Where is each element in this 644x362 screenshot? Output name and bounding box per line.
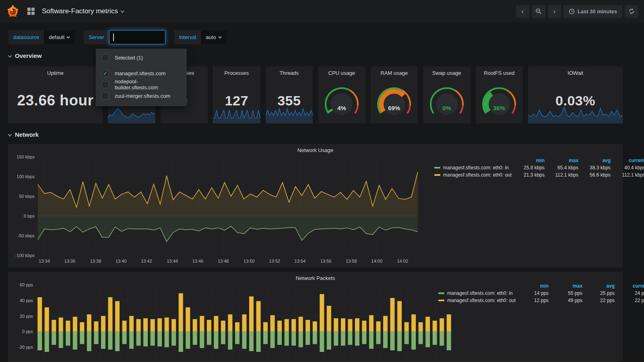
svg-text:36%: 36% bbox=[493, 105, 505, 111]
dashboard-title-text: Software-Factory metrics bbox=[42, 7, 118, 15]
server-option[interactable]: ✓managesf.sftests.com bbox=[96, 68, 187, 79]
legend-min-value: 25.8 kbps bbox=[512, 165, 545, 171]
legend-header-current: current bbox=[615, 283, 644, 289]
text-cursor bbox=[113, 34, 114, 41]
legend-header-min: min bbox=[516, 283, 549, 289]
dashboard-title[interactable]: Software-Factory metrics bbox=[42, 7, 124, 15]
checkbox-icon[interactable]: ✓ bbox=[102, 81, 109, 88]
legend-current-value: 112.1 kbps bbox=[611, 172, 644, 178]
uptime-value: 23.66 hour bbox=[8, 92, 103, 109]
legend-series-name[interactable]: managesf.sftests.com: eth0: out bbox=[438, 298, 516, 303]
series-color-swatch[interactable] bbox=[438, 300, 444, 301]
checkbox-icon[interactable]: ✓ bbox=[102, 93, 109, 99]
legend-series-name[interactable]: managesf.sftests.com: eth0: out bbox=[434, 172, 512, 178]
navbar-controls: ‹ › Last 30 minutes bbox=[516, 5, 638, 18]
variable-server: Server bbox=[84, 30, 165, 44]
legend-series-name[interactable]: managesf.sftests.com: eth0: in bbox=[438, 290, 516, 296]
section-overview[interactable]: Overview bbox=[8, 52, 42, 59]
time-back-button[interactable]: ‹ bbox=[516, 5, 529, 18]
variable-datasource: datasource default bbox=[8, 30, 75, 44]
threads-value: 355 bbox=[266, 93, 313, 109]
panel-ram-usage: RAM usage 69% bbox=[371, 66, 418, 123]
svg-text:13:42: 13:42 bbox=[141, 259, 152, 263]
legend-max-value: 65.4 kbps bbox=[545, 165, 578, 171]
chevron-down-icon bbox=[120, 9, 124, 13]
panel-cpu-title[interactable]: CPU usage bbox=[318, 66, 365, 76]
panel-threads: Threads 355 bbox=[266, 66, 313, 123]
legend-avg-value: 25 pps bbox=[582, 290, 615, 296]
svg-text:60 pps: 60 pps bbox=[20, 282, 33, 287]
panel-network-packets: Network Packets 60 pps40 pps20 pps0 pps-… bbox=[8, 272, 623, 362]
server-option[interactable]: ✓nodepool-builder.sftests.com bbox=[96, 79, 187, 90]
svg-text:13:54: 13:54 bbox=[295, 259, 306, 263]
legend-min-value: 21.3 kbps bbox=[512, 172, 545, 178]
panel-processes-title[interactable]: Processes bbox=[213, 66, 260, 76]
series-color-swatch[interactable] bbox=[438, 292, 444, 294]
legend-series-name[interactable]: managesf.sftests.com: eth0: in bbox=[434, 165, 512, 171]
chevron-down-icon bbox=[218, 35, 221, 38]
processes-value: 127 bbox=[213, 93, 260, 109]
legend-avg-value: 38.3 kbps bbox=[578, 165, 611, 171]
checkbox-icon[interactable]: ✓ bbox=[102, 70, 109, 77]
time-range-label: Last 30 minutes bbox=[578, 8, 617, 14]
svg-text:13:34: 13:34 bbox=[39, 259, 50, 263]
legend-header-min: min bbox=[512, 158, 545, 163]
panel-iowait-title[interactable]: IOWait bbox=[528, 66, 623, 76]
server-option-label: managesf.sftests.com bbox=[115, 70, 165, 76]
grid-square bbox=[27, 12, 31, 15]
zoom-out-button[interactable] bbox=[532, 5, 545, 18]
server-option-label: zuul-merger.sftests.com bbox=[115, 93, 170, 99]
svg-text:13:48: 13:48 bbox=[218, 259, 229, 263]
grafana-logo-icon[interactable] bbox=[6, 4, 20, 19]
panel-cpu-usage: CPU usage 4% bbox=[318, 66, 365, 123]
zoom-out-icon bbox=[535, 8, 542, 14]
svg-text:4%: 4% bbox=[337, 105, 346, 111]
panel-uptime-title[interactable]: Uptime bbox=[8, 66, 103, 76]
svg-text:14:02: 14:02 bbox=[397, 259, 408, 263]
swap-gauge: 0% bbox=[424, 86, 469, 121]
svg-text:0 bps: 0 bps bbox=[24, 214, 35, 218]
panel-rootfs-title[interactable]: RootFS used bbox=[476, 66, 523, 76]
grid-square bbox=[27, 8, 31, 11]
refresh-button[interactable] bbox=[625, 5, 638, 18]
svg-text:-20 pps: -20 pps bbox=[18, 345, 33, 350]
panel-ram-title[interactable]: RAM usage bbox=[371, 66, 418, 76]
svg-text:-50 kbps: -50 kbps bbox=[18, 233, 35, 238]
time-forward-button[interactable]: › bbox=[548, 5, 561, 18]
dashboards-grid-icon[interactable] bbox=[27, 8, 35, 15]
variable-datasource-value[interactable]: default bbox=[44, 30, 75, 44]
server-option-selected-summary[interactable]: ✓Selected (1) bbox=[96, 51, 187, 64]
chevron-down-icon bbox=[8, 54, 12, 58]
legend-header-current: current bbox=[611, 158, 644, 163]
network-packets-chart[interactable]: 60 pps40 pps20 pps0 pps-20 pps bbox=[12, 280, 455, 362]
network-usage-chart[interactable]: 150 kbps100 kbps50 kbps0 bps-50 kbps-100… bbox=[12, 152, 421, 266]
svg-text:50 kbps: 50 kbps bbox=[19, 194, 35, 199]
series-label: managesf.sftests.com: eth0: out bbox=[447, 298, 516, 303]
rootfs-gauge: 36% bbox=[477, 86, 522, 121]
server-option-label: nodepool-builder.sftests.com bbox=[115, 78, 181, 90]
svg-text:13:40: 13:40 bbox=[116, 259, 127, 263]
series-color-swatch[interactable] bbox=[434, 167, 440, 169]
svg-text:150 kbps: 150 kbps bbox=[17, 154, 35, 159]
legend-header-max: max bbox=[549, 283, 582, 289]
checkbox-icon[interactable]: ✓ bbox=[102, 54, 109, 61]
panel-swap-usage: Swap usage 0% bbox=[423, 66, 471, 123]
panel-swap-title[interactable]: Swap usage bbox=[423, 66, 471, 76]
svg-text:-100 kbps: -100 kbps bbox=[15, 253, 35, 258]
server-option[interactable]: ✓zuul-merger.sftests.com bbox=[96, 90, 187, 101]
legend-current-value: 40.4 kbps bbox=[611, 165, 644, 171]
section-network[interactable]: Network bbox=[8, 131, 39, 138]
svg-text:40 pps: 40 pps bbox=[20, 298, 33, 303]
legend-max-value: 112.1 kbps bbox=[545, 172, 578, 178]
series-color-swatch[interactable] bbox=[434, 174, 440, 176]
panel-processes: Processes 127 bbox=[213, 66, 260, 123]
legend-current-value: 22 pps bbox=[615, 298, 644, 303]
variable-interval-value[interactable]: auto bbox=[201, 30, 226, 44]
series-label: managesf.sftests.com: eth0: in bbox=[443, 165, 509, 171]
svg-text:13:52: 13:52 bbox=[269, 259, 280, 263]
section-network-label: Network bbox=[15, 131, 39, 138]
legend-avg-value: 22 pps bbox=[582, 298, 615, 303]
server-input[interactable] bbox=[109, 30, 165, 44]
time-range-picker[interactable]: Last 30 minutes bbox=[564, 5, 622, 18]
panel-threads-title[interactable]: Threads bbox=[266, 66, 313, 76]
